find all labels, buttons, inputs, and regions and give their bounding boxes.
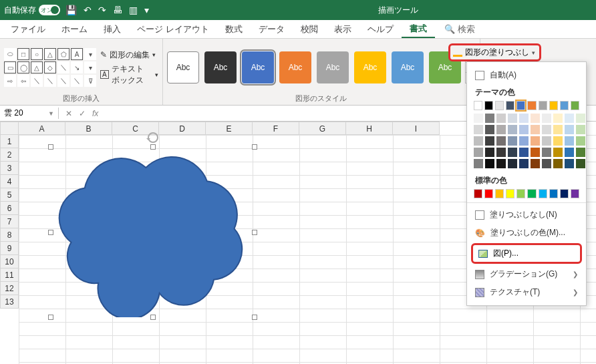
color-swatch[interactable] bbox=[474, 101, 482, 110]
row-header[interactable]: 1 bbox=[0, 135, 19, 148]
col-header[interactable]: A bbox=[19, 122, 65, 135]
resize-handle[interactable] bbox=[252, 144, 257, 150]
textbox-button[interactable]: A テキスト ボックス▾ bbox=[100, 63, 158, 86]
row-header[interactable]: 13 bbox=[0, 295, 19, 309]
color-swatch[interactable] bbox=[539, 101, 547, 110]
resize-handle[interactable] bbox=[48, 315, 53, 320]
col-header[interactable]: B bbox=[65, 122, 112, 135]
style-item[interactable]: Abc bbox=[242, 51, 274, 83]
row-header[interactable]: 6 bbox=[0, 202, 19, 215]
selected-cloud-shape[interactable] bbox=[51, 147, 255, 317]
shapes-gallery[interactable]: ⬭□○△⬠A▾ ▭◯△◇＼↘▾ ⇨⇦＼＼＼＼⊽ bbox=[4, 48, 96, 87]
redo-icon[interactable]: ↷ bbox=[98, 5, 106, 15]
row-header[interactable]: 3 bbox=[0, 162, 19, 175]
tab-format[interactable]: 書式 bbox=[402, 20, 435, 38]
row-header[interactable]: 8 bbox=[0, 228, 19, 242]
color-swatch[interactable] bbox=[506, 101, 514, 110]
shape-style-gallery[interactable]: Abc Abc Abc Abc Abc Abc Abc Abc bbox=[167, 51, 461, 83]
cancel-icon[interactable]: ✕ bbox=[65, 109, 72, 118]
tab-review[interactable]: 校閲 bbox=[293, 20, 326, 38]
color-swatch[interactable] bbox=[527, 189, 536, 198]
name-box[interactable]: 雲 20 ▼ bbox=[0, 108, 59, 119]
color-swatch[interactable] bbox=[560, 189, 569, 198]
row-header[interactable]: 12 bbox=[0, 282, 19, 295]
search-button[interactable]: 🔍 検索 bbox=[444, 23, 475, 35]
col-header[interactable]: I bbox=[393, 122, 440, 135]
color-swatch[interactable] bbox=[484, 101, 493, 110]
color-swatch[interactable] bbox=[549, 189, 558, 198]
tab-layout[interactable]: ページ レイアウト bbox=[129, 20, 217, 38]
color-swatch[interactable] bbox=[495, 101, 504, 110]
qat-more-icon[interactable]: ▾ bbox=[144, 5, 149, 15]
row-header[interactable]: 4 bbox=[0, 175, 19, 188]
col-header[interactable]: F bbox=[253, 122, 299, 135]
color-swatch[interactable] bbox=[571, 189, 579, 198]
edit-shape-button[interactable]: ✎ 図形の編集▾ bbox=[100, 49, 158, 61]
save-icon[interactable]: 💾 bbox=[65, 5, 77, 15]
col-header[interactable]: H bbox=[346, 122, 393, 135]
tab-home[interactable]: ホーム bbox=[53, 20, 96, 38]
tab-file[interactable]: ファイル bbox=[3, 20, 53, 38]
color-swatch[interactable] bbox=[539, 189, 547, 198]
color-swatch[interactable] bbox=[506, 189, 514, 198]
color-swatch[interactable] bbox=[516, 189, 525, 198]
row-header[interactable]: 10 bbox=[0, 255, 19, 268]
texture-item[interactable]: テクスチャ(T) ❯ bbox=[467, 283, 586, 301]
resize-handle[interactable] bbox=[150, 144, 156, 150]
col-header[interactable]: G bbox=[299, 122, 346, 135]
resize-handle[interactable] bbox=[48, 144, 53, 150]
tab-data[interactable]: データ bbox=[251, 20, 293, 38]
tab-view[interactable]: 表示 bbox=[326, 20, 359, 38]
print-icon[interactable]: 🖶 bbox=[113, 5, 122, 15]
fx-icon[interactable]: fx bbox=[92, 109, 98, 118]
fill-auto-item[interactable]: 自動(A) bbox=[467, 66, 586, 84]
no-fill-item[interactable]: 塗りつぶしなし(N) bbox=[467, 206, 586, 224]
more-colors-item[interactable]: 🎨 塗りつぶしの色(M)... bbox=[467, 224, 586, 242]
style-item[interactable]: Abc bbox=[279, 51, 311, 83]
row-header[interactable]: 11 bbox=[0, 268, 19, 282]
color-swatch[interactable] bbox=[560, 101, 569, 110]
style-item[interactable]: Abc bbox=[167, 51, 199, 83]
row-header[interactable]: 7 bbox=[0, 215, 19, 228]
color-swatch[interactable] bbox=[571, 101, 579, 110]
color-swatch[interactable] bbox=[549, 101, 558, 110]
style-item[interactable]: Abc bbox=[392, 51, 424, 83]
resize-handle[interactable] bbox=[252, 230, 257, 235]
picture-fill-item[interactable]: 図(P)... bbox=[471, 243, 582, 264]
rotate-handle[interactable] bbox=[148, 132, 158, 143]
style-item[interactable]: Abc bbox=[317, 51, 349, 83]
auto-color-icon bbox=[475, 71, 484, 80]
shape-fill-dropdown-button[interactable]: 図形の塗りつぶし ▾ bbox=[448, 43, 541, 61]
resize-handle[interactable] bbox=[150, 315, 156, 320]
group-label-shape-styles: 図形のスタイル bbox=[167, 94, 476, 105]
color-swatch[interactable] bbox=[484, 189, 493, 198]
chevron-down-icon: ▾ bbox=[155, 71, 158, 78]
color-swatch[interactable] bbox=[527, 101, 536, 110]
color-swatch[interactable] bbox=[474, 189, 482, 198]
select-all-corner[interactable] bbox=[0, 122, 19, 135]
row-header[interactable]: 5 bbox=[0, 188, 19, 202]
autosave-toggle[interactable]: オン bbox=[39, 5, 60, 15]
col-header[interactable]: E bbox=[206, 122, 253, 135]
tab-insert[interactable]: 挿入 bbox=[96, 20, 129, 38]
chart-icon[interactable]: ▥ bbox=[129, 5, 138, 15]
theme-colors-label: テーマの色 bbox=[467, 84, 586, 100]
row-header[interactable]: 2 bbox=[0, 148, 19, 162]
tab-help[interactable]: ヘルプ bbox=[359, 20, 402, 38]
textbox-label: テキスト ボックス bbox=[112, 63, 152, 86]
undo-icon[interactable]: ↶ bbox=[84, 5, 92, 15]
style-item[interactable]: Abc bbox=[204, 51, 237, 83]
col-header[interactable]: D bbox=[159, 122, 206, 135]
chevron-down-icon: ▾ bbox=[532, 49, 535, 56]
edit-shape-icon: ✎ bbox=[100, 50, 107, 59]
color-swatch-selected[interactable] bbox=[516, 101, 525, 110]
color-swatch[interactable] bbox=[495, 189, 504, 198]
resize-handle[interactable] bbox=[252, 315, 257, 320]
chevron-down-icon: ▾ bbox=[152, 51, 156, 58]
row-header[interactable]: 9 bbox=[0, 242, 19, 255]
style-item[interactable]: Abc bbox=[354, 51, 386, 83]
tab-formula[interactable]: 数式 bbox=[217, 20, 251, 38]
enter-icon[interactable]: ✓ bbox=[79, 109, 86, 118]
resize-handle[interactable] bbox=[48, 230, 53, 235]
gradient-item[interactable]: グラデーション(G) ❯ bbox=[467, 265, 586, 283]
